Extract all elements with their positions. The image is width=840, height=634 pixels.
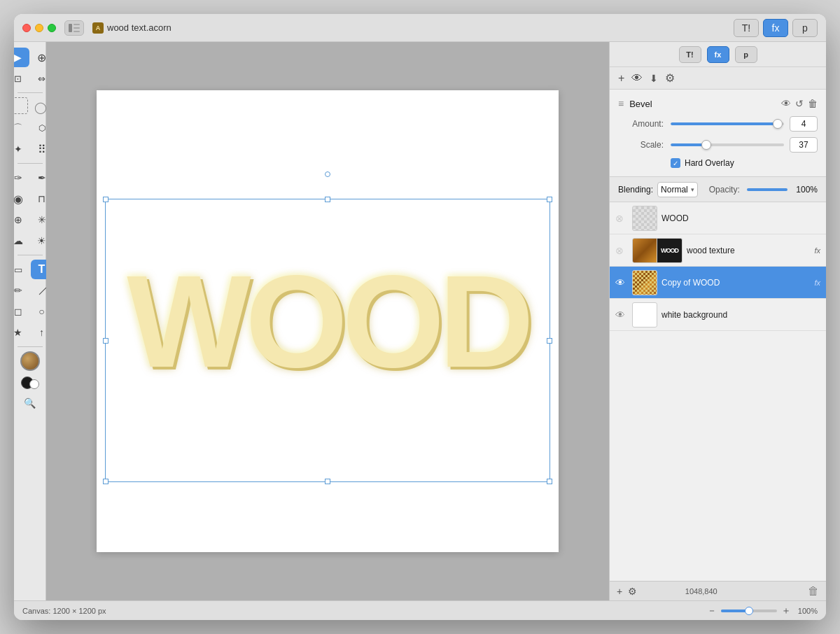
layer-item-wood-texture[interactable]: ⊗ WOOD wood texture fx: [610, 234, 826, 267]
rect-shape-tool[interactable]: ▭: [14, 260, 29, 279]
sidebar-toggle-button[interactable]: [64, 20, 84, 36]
layer-name-copy: Copy of WOOD: [662, 278, 810, 288]
fx-toolbar: T! fx p: [610, 42, 826, 67]
chevron-down-icon: ▾: [691, 186, 694, 193]
select-tool[interactable]: ▶: [14, 48, 29, 67]
p-button[interactable]: p: [792, 19, 818, 37]
hard-overlay-label: Hard Overlay: [685, 158, 734, 168]
opacity-label: Opacity:: [709, 185, 740, 195]
zoom-controls: － ＋ 100%: [707, 605, 818, 617]
p-panel-btn[interactable]: p: [735, 46, 757, 63]
zoom-in-button[interactable]: ＋: [781, 605, 791, 617]
traffic-lights: [22, 24, 56, 32]
scale-row: Scale: 37: [618, 137, 818, 153]
layer-thumb-wood-text: [632, 206, 657, 231]
filter-visibility-button[interactable]: 👁: [631, 72, 643, 85]
amount-value[interactable]: 4: [790, 116, 818, 132]
opacity-slider[interactable]: [747, 188, 788, 191]
zoom-out-button[interactable]: －: [707, 605, 717, 617]
rect-small-tool[interactable]: ◻: [14, 302, 29, 321]
filter-reset-button[interactable]: ↺: [795, 98, 804, 109]
eyedropper-tool[interactable]: ✑: [14, 168, 29, 188]
close-button[interactable]: [22, 24, 31, 32]
amount-label: Amount:: [618, 119, 664, 129]
layer-settings-button[interactable]: ⚙: [628, 586, 637, 597]
magic-wand-tool[interactable]: ✦: [14, 139, 29, 159]
layers-list: ⊗ WOOD ⊗ WOOD wood texture fx: [610, 202, 826, 581]
fill-tool[interactable]: ◉: [14, 189, 29, 209]
blending-mode-value: Normal: [661, 185, 688, 195]
cloud-tool[interactable]: ☁: [14, 231, 29, 251]
file-title: A wood text.acorn: [92, 22, 172, 34]
bottom-bar: Canvas: 1200 × 1200 px － ＋ 100%: [14, 600, 826, 620]
hard-overlay-row: ✓ Hard Overlay: [671, 158, 818, 168]
lasso-tool[interactable]: ⌒: [14, 118, 29, 138]
crop-tool[interactable]: ⊡: [14, 69, 29, 88]
layer-thumb-texture: WOOD: [632, 238, 682, 263]
layer-visibility-white[interactable]: 👁: [615, 309, 628, 320]
layer-visibility-copy[interactable]: 👁: [615, 277, 628, 288]
file-name: wood text.acorn: [107, 22, 172, 33]
layer-visibility-wood[interactable]: ⊗: [615, 213, 628, 224]
layer-name-texture: wood texture: [687, 246, 810, 255]
svg-rect-0: [69, 24, 72, 32]
foreground-color-swatch[interactable]: [20, 351, 40, 371]
scale-slider-track: [671, 143, 784, 146]
filter-actions: + 👁 ⬇ ⚙: [610, 67, 826, 90]
amount-slider-container: [671, 118, 784, 129]
pixel-count: 1048,840: [685, 587, 718, 596]
filter-drag-handle[interactable]: ≡: [618, 98, 624, 109]
scale-slider-container: [671, 139, 784, 150]
maximize-button[interactable]: [48, 24, 56, 32]
filter-eye-button[interactable]: 👁: [781, 98, 791, 109]
filter-header-actions: 👁 ↺ 🗑: [781, 98, 818, 109]
canvas: WOOD: [97, 90, 559, 552]
minimize-button[interactable]: [35, 24, 43, 32]
amount-slider-thumb[interactable]: [773, 119, 783, 129]
filter-download-button[interactable]: ⬇: [650, 73, 658, 84]
file-icon: A: [92, 22, 104, 34]
titlebar: A wood text.acorn T! fx p: [14, 14, 826, 42]
layer-name-white: white background: [662, 310, 820, 320]
blending-mode-select[interactable]: Normal ▾: [657, 182, 698, 197]
scale-slider-thumb[interactable]: [701, 140, 711, 150]
filter-delete-button[interactable]: 🗑: [808, 98, 818, 109]
white-color[interactable]: [29, 379, 39, 389]
scale-slider-fill: [671, 143, 705, 146]
layer-item-copy-wood[interactable]: 👁 Copy of WOOD fx: [610, 267, 826, 299]
add-filter-button[interactable]: +: [618, 72, 624, 85]
amount-row: Amount: 4: [618, 116, 818, 132]
svg-rect-2: [74, 27, 80, 29]
left-toolbar: ▶ ⊕ ⊡ ⇔ ◯ ⌒ ⬡ ✦ ⠿ ✑ ✒: [14, 42, 46, 600]
clone-tool[interactable]: ⊕: [14, 210, 29, 230]
main-content: ▶ ⊕ ⊡ ⇔ ◯ ⌒ ⬡ ✦ ⠿ ✑ ✒: [14, 42, 826, 600]
add-layer-button[interactable]: +: [617, 586, 622, 597]
star-tool[interactable]: ★: [14, 323, 29, 342]
wood-text-element: WOOD: [127, 255, 528, 387]
pen-tool[interactable]: ✏: [14, 281, 29, 300]
scale-label: Scale:: [618, 140, 664, 150]
rect-select-tool[interactable]: [14, 97, 28, 114]
layer-fx-copy: fx: [814, 279, 820, 287]
tools-panel-btn[interactable]: T!: [679, 46, 701, 63]
layer-item-white-bg[interactable]: 👁 white background: [610, 299, 826, 331]
hard-overlay-checkbox[interactable]: ✓: [671, 158, 680, 168]
scale-value[interactable]: 37: [790, 137, 818, 153]
delete-layer-button[interactable]: 🗑: [808, 585, 819, 598]
layer-item-wood[interactable]: ⊗ WOOD: [610, 202, 826, 234]
magnifier-tool[interactable]: 🔍: [19, 393, 41, 413]
zoom-slider-thumb[interactable]: [745, 607, 753, 615]
tools-button[interactable]: T!: [734, 19, 759, 37]
layer-fx-texture: fx: [814, 246, 820, 255]
svg-rect-1: [74, 24, 80, 25]
layer-visibility-texture[interactable]: ⊗: [615, 245, 628, 256]
canvas-content: WOOD: [97, 90, 559, 552]
bevel-filter-panel: ≡ Bevel 👁 ↺ 🗑 Amount:: [610, 90, 826, 177]
filter-settings-button[interactable]: ⚙: [665, 71, 675, 85]
layer-name-wood: WOOD: [662, 213, 820, 223]
filter-name: Bevel: [629, 99, 776, 109]
right-panel: T! fx p + 👁 ⬇ ⚙ ≡ Bevel 👁 ↺ 🗑: [609, 42, 826, 600]
fx-panel-btn[interactable]: fx: [707, 46, 729, 63]
fx-button[interactable]: fx: [763, 19, 788, 37]
layers-bottom-bar: + ⚙ 1048,840 🗑: [610, 581, 826, 600]
